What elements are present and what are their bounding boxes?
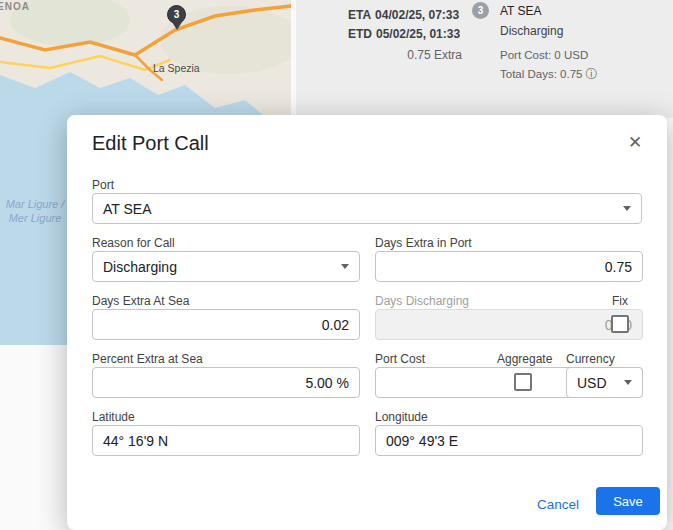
percent-extra-at-sea-label: Percent Extra at Sea — [92, 352, 203, 366]
fix-label: Fix — [612, 294, 628, 308]
days-extra-in-port-label: Days Extra in Port — [375, 236, 472, 250]
total-days-text: Total Days: 0.75 — [500, 68, 582, 80]
app-screen: ENOA 3 La Spezia Mar Ligure / Mer Ligure… — [0, 0, 673, 530]
info-icon[interactable]: ⓘ — [585, 67, 597, 81]
map-marker-pin[interactable]: 3 — [167, 5, 187, 33]
save-button[interactable]: Save — [596, 487, 660, 515]
days-extra-at-sea-input[interactable] — [92, 309, 360, 340]
currency-select[interactable]: USD — [566, 367, 643, 398]
aggregate-label: Aggregate — [497, 352, 552, 366]
extra-days-value: 0.75 Extra — [348, 48, 462, 62]
map-sea-label: Mar Ligure / Mer Ligure — [5, 197, 65, 226]
longitude-label: Longitude — [375, 410, 428, 424]
map-city-label: La Spezia — [153, 62, 200, 74]
fix-checkbox[interactable] — [611, 315, 629, 333]
percent-extra-at-sea-input[interactable] — [92, 367, 360, 398]
days-extra-in-port-input[interactable] — [375, 251, 643, 282]
chevron-down-icon — [624, 380, 632, 385]
etd-value: 05/02/25, 01:33 — [376, 27, 460, 41]
eta-label: ETA — [348, 8, 371, 22]
cancel-button[interactable]: Cancel — [529, 491, 587, 518]
etd-label: ETD — [348, 27, 372, 41]
port-select-value: AT SEA — [103, 201, 152, 217]
reason-for-call-label: Reason for Call — [92, 236, 175, 250]
chevron-down-icon — [623, 206, 631, 211]
longitude-input[interactable] — [375, 425, 643, 456]
stop-port-name: AT SEA — [500, 4, 597, 18]
days-discharging-input — [375, 309, 643, 340]
dialog-title: Edit Port Call — [92, 132, 209, 155]
currency-label: Currency — [566, 352, 615, 366]
port-select[interactable]: AT SEA — [92, 193, 642, 224]
latitude-input[interactable] — [92, 425, 360, 456]
eta-etd-block: ETA04/02/25, 07:33 ETD05/02/25, 01:33 — [348, 8, 464, 46]
stop-activity: Discharging — [500, 24, 597, 38]
latitude-label: Latitude — [92, 410, 135, 424]
etd-row: ETD05/02/25, 01:33 — [348, 27, 464, 41]
map-marker-tip — [172, 22, 182, 30]
map-place-label: ENOA — [0, 1, 30, 12]
stop-port-cost: Port Cost: 0 USD — [500, 49, 597, 61]
port-label: Port — [92, 178, 114, 192]
reason-select-value: Discharging — [103, 259, 177, 275]
currency-select-value: USD — [577, 375, 607, 391]
aggregate-checkbox[interactable] — [514, 373, 532, 391]
eta-value: 04/02/25, 07:33 — [375, 8, 459, 22]
reason-for-call-select[interactable]: Discharging — [92, 251, 360, 282]
port-cost-label: Port Cost — [375, 352, 425, 366]
stop-total-days: Total Days: 0.75ⓘ — [500, 66, 597, 83]
stop-number-badge: 3 — [472, 2, 489, 19]
itinerary-panel: ETA04/02/25, 07:33 ETD05/02/25, 01:33 0.… — [296, 0, 673, 118]
stop-info: AT SEA Discharging Port Cost: 0 USD Tota… — [500, 4, 597, 83]
days-extra-at-sea-label: Days Extra At Sea — [92, 294, 189, 308]
chevron-down-icon — [341, 264, 349, 269]
close-icon[interactable]: ✕ — [623, 131, 647, 155]
days-discharging-label: Days Discharging — [375, 294, 469, 308]
eta-row: ETA04/02/25, 07:33 — [348, 8, 464, 22]
edit-port-call-dialog: Edit Port Call ✕ Port AT SEA Reason for … — [67, 115, 667, 530]
